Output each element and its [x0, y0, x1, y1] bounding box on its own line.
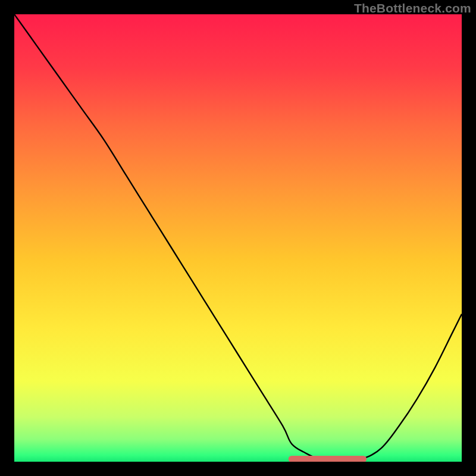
bottleneck-curve	[14, 14, 462, 462]
chart-frame: TheBottleneck.com	[0, 0, 476, 476]
curve-path	[14, 14, 462, 461]
plot-area	[14, 14, 462, 462]
watermark-text: TheBottleneck.com	[354, 1, 471, 15]
